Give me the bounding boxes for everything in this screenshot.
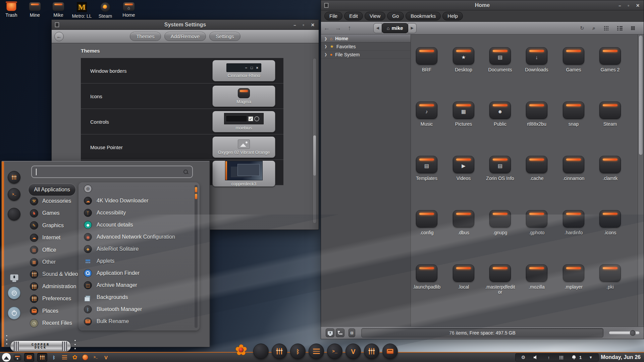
folder-item[interactable]: .gnupg [483,210,517,235]
folder-item[interactable]: .clamtk [593,156,627,181]
scrollbar-thumb[interactable] [195,194,197,199]
menu-view[interactable]: View [365,12,385,20]
app-archive-manager[interactable]: ◫Archive Manager [84,280,137,290]
folder-item[interactable]: .gphoto [520,210,553,235]
category-graphics[interactable]: ✎Graphics [30,221,64,230]
folder-item[interactable]: .hardinfo [557,210,590,235]
theme-picker-button[interactable]: Magma [212,85,275,107]
folder-item[interactable]: ♪Music [411,102,443,127]
dock-item-v-app[interactable]: V [345,344,361,359]
expander-icon[interactable]: ❯ [324,45,327,48]
folder-item[interactable]: snap [557,102,590,127]
dock-item-mixer[interactable] [272,344,287,359]
category-all-applications[interactable]: All Applications [28,183,76,196]
clock-date[interactable]: Monday, Jun 26 [601,354,644,360]
dock-item-xnview[interactable]: ✿ [232,341,250,359]
window-menu-icon[interactable] [55,22,59,27]
folder-item[interactable]: .local [447,264,480,290]
log-out-button[interactable] [8,287,20,299]
folder-item[interactable]: .icons [593,210,627,235]
theme-picker-button[interactable]: copperdeck3 [212,161,275,187]
settings-scrollbar[interactable] [313,58,317,224]
scrollbar-thumb[interactable] [639,35,643,155]
folder-item[interactable]: ▶Videos [447,156,480,181]
show-places-button[interactable] [326,328,334,337]
folder-item[interactable]: ▤Documents [483,47,517,72]
folder-item[interactable]: Games 2 [593,47,627,72]
shut-down-button[interactable] [8,307,20,319]
tab-themes[interactable]: Themes [130,32,161,41]
taskbar-item-v-app[interactable]: V [102,354,110,361]
dock-item-bluetooth[interactable]: ᛒ [290,344,306,359]
folder-item[interactable]: BRF [411,47,443,72]
folder-item[interactable]: .launchpadlib [411,264,443,290]
category-preferences[interactable]: Preferences [30,294,71,303]
desktop-icon-steam[interactable]: Steam [96,2,115,19]
taskbar-item-orb-app[interactable] [82,354,89,361]
folder-item[interactable]: rtl88x2bu [520,102,553,127]
category-administration[interactable]: Administration [30,282,76,291]
apps-scrollbar[interactable] [195,185,198,328]
tray-notifications[interactable] [571,354,578,361]
tab-settings[interactable]: Settings [209,32,240,41]
folder-item[interactable]: .mozilla [520,264,553,290]
preferences-button[interactable] [8,171,20,184]
maximize-button[interactable]: ▫ [303,22,304,27]
dock-item-equalizer[interactable] [364,344,379,359]
breadcrumb-current[interactable]: ⌂ mike [382,23,408,33]
taskbar-item-xnview[interactable]: ✿ [71,354,78,361]
folder-item[interactable]: .config [411,210,443,235]
taskbar-window-window-files[interactable] [24,353,34,362]
slider-knob[interactable] [630,330,636,336]
app-backgrounds[interactable]: Backgrounds [84,292,128,302]
dock-item-files[interactable] [382,344,398,359]
app-accessibility[interactable]: ᛉAccessibility [84,208,126,218]
folder-item[interactable]: .dbus [447,210,480,235]
window-menu-icon[interactable] [324,3,328,8]
up-arrow-icon[interactable]: ↑ [344,24,355,32]
app-application-finder[interactable]: Application Finder [84,268,140,278]
menu-go[interactable]: Go [387,12,404,20]
theme-picker-button[interactable]: ✓moebius [212,111,275,132]
menu-file[interactable]: File [324,12,342,20]
grid-view-icon[interactable] [604,26,609,31]
app-item[interactable]: ⚙ [84,184,92,194]
close-button[interactable]: ✕ [311,22,315,27]
compact-view-icon[interactable] [631,26,635,30]
folder-item[interactable]: .pki [593,264,627,290]
tray-network[interactable] [558,354,565,361]
app-advanced-network-configuration[interactable]: ◉Advanced Network Configuration [84,232,175,242]
sidebar-item-file-system[interactable]: ❯●File System [321,51,411,59]
settings-titlebar[interactable]: System Settings – ▫ ✕ [52,20,319,30]
zoom-slider[interactable] [609,331,640,335]
sidebar-item-home[interactable]: ❯⌂Home [321,35,411,43]
folder-item[interactable]: Steam [593,102,627,127]
tray-net-signal[interactable]: ▼ [587,354,594,361]
taskbar-item-bluetooth[interactable]: ᛒ [50,354,58,361]
app-applets[interactable]: Applets [84,256,114,266]
desktop-icon-metro-ll[interactable]: MMetro: LL [72,2,91,19]
category-internet[interactable]: ☁Internet [30,233,60,242]
reload-icon[interactable]: ↻ [580,25,584,31]
folder-item[interactable]: .cinnamon [557,156,590,181]
folder-item[interactable]: ★Desktop [447,47,480,72]
dock-item-menu-lines[interactable] [309,344,324,359]
tray-updates[interactable]: ↑ [545,354,552,361]
app-4k-video-downloader[interactable]: ☁4K Video Downloader [84,196,148,206]
theme-picker-button[interactable]: Oxygen 02 Vibrant Orange [212,136,275,158]
sidebar-item-favorites[interactable]: ❯★Favorites [321,43,411,51]
file-manager-titlebar[interactable]: Home – ▫ ✕ [321,0,644,10]
desktop-icon-mike[interactable]: Mike [49,2,68,19]
folder-item[interactable]: ▤Zorin OS Info [483,156,517,181]
app-account-details[interactable]: ☻Account details [84,220,133,230]
desktop-icon-mine[interactable]: Mine [25,2,44,19]
dock-item-anchor-app[interactable] [253,344,269,359]
folder-item[interactable]: ▤Templates [411,156,443,181]
breadcrumb-right-scroll[interactable]: ▶ [408,23,417,33]
search-input[interactable] [31,166,193,178]
folder-item[interactable]: ↓Downloads [520,47,553,72]
category-office[interactable]: ▤Office [30,245,56,255]
hide-sidebar-button[interactable]: ⊟ [348,328,355,337]
menu-edit[interactable]: Edit [344,12,363,20]
category-other[interactable]: ▦Other [30,257,56,267]
